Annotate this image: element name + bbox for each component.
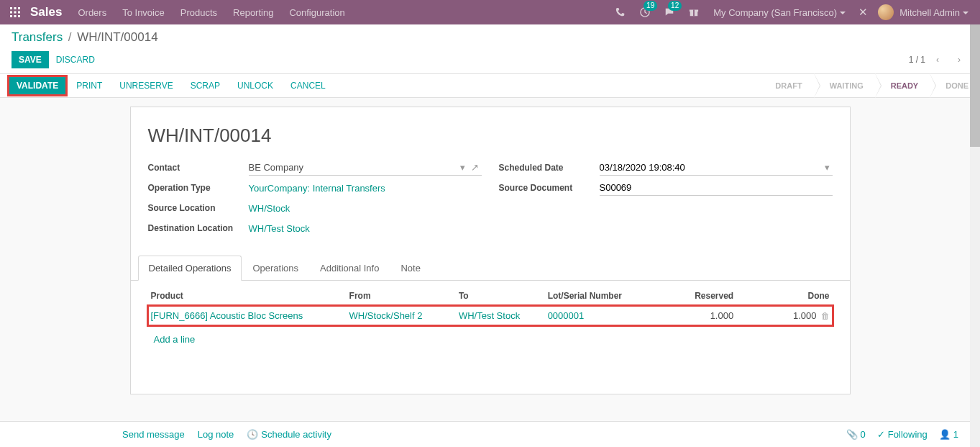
- label-optype: Operation Type: [148, 183, 249, 193]
- srcdoc-input[interactable]: [600, 180, 833, 195]
- trash-icon[interactable]: 🗑: [821, 311, 830, 321]
- cell-from[interactable]: WH/Stock/Shelf 2: [347, 306, 456, 326]
- dstloc-value[interactable]: WH/Test Stock: [249, 223, 482, 234]
- chatter-left: Send message Log note 🕓Schedule activity: [122, 429, 331, 440]
- optype-value[interactable]: YourCompany: Internal Transfers: [249, 183, 482, 194]
- svg-rect-2: [18, 7, 20, 9]
- avatar[interactable]: [878, 4, 894, 20]
- cell-lot[interactable]: 0000001: [545, 306, 654, 326]
- cell-done[interactable]: 1.000🗑: [736, 306, 832, 326]
- scrollbar[interactable]: [970, 24, 980, 447]
- validate-button[interactable]: VALIDATE: [9, 77, 65, 94]
- svg-rect-5: [18, 12, 20, 14]
- contact-field[interactable]: ▾ ↗: [249, 160, 482, 176]
- cell-reserved[interactable]: 1.000: [654, 306, 736, 326]
- followers-button[interactable]: 👤1: [939, 429, 958, 440]
- form-col-right: Scheduled Date ▾ Source Document: [499, 160, 833, 240]
- breadcrumb-sep: /: [68, 30, 72, 44]
- th-to[interactable]: To: [456, 286, 545, 306]
- form-col-left: Contact ▾ ↗ Operation Type YourCompany: …: [148, 160, 482, 240]
- nav-item-products[interactable]: Products: [173, 1, 224, 24]
- unreserve-button[interactable]: UNRESERVE: [111, 81, 181, 91]
- operations-table: Product From To Lot/Serial Number Reserv…: [148, 286, 833, 353]
- nav-item-configuration[interactable]: Configuration: [282, 1, 352, 24]
- step-waiting[interactable]: WAITING: [814, 73, 875, 98]
- srcloc-value[interactable]: WH/Stock: [249, 203, 482, 214]
- brand-title[interactable]: Sales: [30, 5, 62, 19]
- th-from[interactable]: From: [347, 286, 456, 306]
- cell-done-value: 1.000: [793, 310, 817, 321]
- following-button[interactable]: ✓Following: [877, 429, 928, 440]
- clock-icon[interactable]: 19: [634, 0, 656, 24]
- th-done[interactable]: Done: [736, 286, 832, 306]
- phone-icon[interactable]: [610, 0, 631, 24]
- tabs: Detailed Operations Operations Additiona…: [131, 255, 850, 281]
- form-sheet: WH/INT/00014 Contact ▾ ↗ Operation Type …: [130, 107, 851, 394]
- svg-rect-6: [10, 15, 12, 17]
- tab-operations[interactable]: Operations: [242, 256, 309, 281]
- svg-rect-7: [14, 15, 17, 17]
- sheet-wrap: WH/INT/00014 Contact ▾ ↗ Operation Type …: [0, 98, 980, 394]
- gift-icon[interactable]: [683, 0, 705, 24]
- th-reserved[interactable]: Reserved: [654, 286, 736, 306]
- schedule-activity-button[interactable]: 🕓Schedule activity: [247, 429, 331, 440]
- chatter: Send message Log note 🕓Schedule activity…: [0, 421, 970, 447]
- scroll-thumb[interactable]: [970, 24, 980, 147]
- navbar: Sales Orders To Invoice Products Reporti…: [0, 0, 980, 24]
- chevron-down-icon[interactable]: ▾: [822, 162, 833, 173]
- form-grid: Contact ▾ ↗ Operation Type YourCompany: …: [148, 160, 833, 240]
- cell-product[interactable]: [FURN_6666] Acoustic Bloc Screens: [148, 306, 347, 326]
- save-button[interactable]: SAVE: [12, 51, 49, 68]
- scrap-button[interactable]: SCRAP: [182, 81, 229, 91]
- step-draft[interactable]: DRAFT: [759, 73, 813, 98]
- srcdoc-field[interactable]: [600, 180, 833, 196]
- send-message-button[interactable]: Send message: [122, 429, 185, 440]
- breadcrumb-root[interactable]: Transfers: [12, 30, 63, 44]
- chat-badge: 12: [668, 1, 682, 11]
- clock-small-icon: 🕓: [247, 429, 258, 440]
- th-product[interactable]: Product: [148, 286, 347, 306]
- tab-note[interactable]: Note: [390, 256, 431, 281]
- table-row[interactable]: [FURN_6666] Acoustic Bloc Screens WH/Sto…: [148, 306, 833, 326]
- action-row: SAVE DISCARD 1 / 1 ‹ ›: [0, 48, 980, 73]
- record-title: WH/INT/00014: [148, 125, 833, 147]
- discard-button[interactable]: DISCARD: [49, 51, 102, 68]
- status-row: VALIDATE PRINT UNRESERVE SCRAP UNLOCK CA…: [0, 73, 980, 98]
- nav-menu: Orders To Invoice Products Reporting Con…: [70, 1, 352, 24]
- cancel-button[interactable]: CANCEL: [282, 81, 334, 91]
- pager-next-icon[interactable]: ›: [950, 50, 968, 69]
- nav-item-toinvoice[interactable]: To Invoice: [115, 1, 172, 24]
- nav-item-reporting[interactable]: Reporting: [226, 1, 280, 24]
- svg-rect-12: [693, 10, 695, 17]
- svg-rect-4: [14, 12, 17, 14]
- company-selector[interactable]: My Company (San Francisco): [707, 7, 851, 18]
- th-lot[interactable]: Lot/Serial Number: [545, 286, 654, 306]
- username-menu[interactable]: Mitchell Admin: [899, 7, 974, 18]
- attachments-button[interactable]: 📎0: [846, 429, 866, 440]
- print-button[interactable]: PRINT: [68, 81, 111, 91]
- external-link-icon[interactable]: ↗: [468, 162, 482, 173]
- log-note-button[interactable]: Log note: [198, 429, 234, 440]
- contact-input[interactable]: [249, 160, 457, 175]
- unlock-button[interactable]: UNLOCK: [229, 81, 282, 91]
- pager-prev-icon[interactable]: ‹: [928, 50, 947, 69]
- label-srcdoc: Source Document: [499, 183, 600, 193]
- nav-item-orders[interactable]: Orders: [70, 1, 114, 24]
- sched-date-input[interactable]: [600, 160, 822, 175]
- chat-icon[interactable]: 12: [659, 0, 680, 24]
- step-ready[interactable]: READY: [875, 73, 930, 98]
- apps-icon[interactable]: [6, 7, 24, 17]
- svg-rect-3: [10, 12, 12, 14]
- chatter-right: 📎0 ✓Following 👤1: [846, 429, 958, 440]
- label-contact: Contact: [148, 163, 249, 173]
- cell-to[interactable]: WH/Test Stock: [456, 306, 545, 326]
- label-srcloc: Source Location: [148, 203, 249, 213]
- close-icon[interactable]: ✕: [854, 6, 872, 19]
- sched-date-field[interactable]: ▾: [600, 160, 833, 176]
- add-line-link[interactable]: Add a line: [151, 330, 198, 349]
- followers-count: 1: [953, 429, 958, 440]
- chevron-down-icon[interactable]: ▾: [457, 162, 468, 173]
- nav-right: 19 12 My Company (San Francisco) ✕ Mitch…: [610, 0, 974, 24]
- tab-detailed-operations[interactable]: Detailed Operations: [138, 256, 242, 281]
- tab-additional-info[interactable]: Additional Info: [309, 256, 390, 281]
